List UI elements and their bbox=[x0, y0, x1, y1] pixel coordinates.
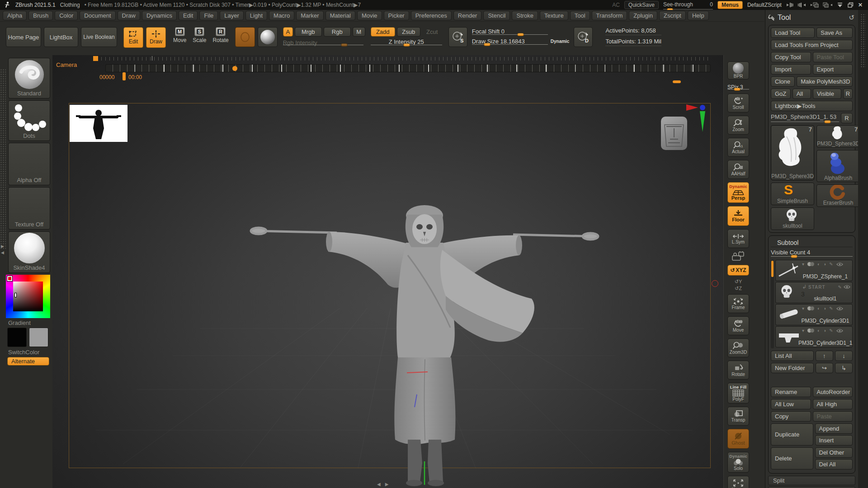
zoom-button[interactable]: Zoom bbox=[727, 116, 749, 135]
floor-button[interactable]: Floor bbox=[727, 206, 749, 226]
lightbox-tools-button[interactable]: Lightbox▶Tools bbox=[771, 101, 853, 111]
gradient-label[interactable]: Gradient bbox=[8, 319, 31, 326]
see-through-slider[interactable]: See-through 0 bbox=[663, 0, 713, 9]
local-symmetry-button[interactable]: L.Sym bbox=[727, 229, 749, 248]
start-arrow-icon[interactable]: ↲ bbox=[802, 284, 807, 290]
scroll-button[interactable]: Scroll bbox=[727, 94, 749, 113]
live-boolean-button[interactable]: Live Boolean bbox=[81, 27, 117, 47]
rotate-y-button[interactable]: ↺Y bbox=[727, 279, 749, 285]
model-3d[interactable] bbox=[249, 147, 601, 487]
zsub-button[interactable]: Zsub bbox=[397, 27, 420, 37]
menu-marker[interactable]: Marker bbox=[296, 11, 323, 20]
paste-subtool-button[interactable]: Paste bbox=[813, 411, 853, 422]
menu-preferences[interactable]: Preferences bbox=[411, 11, 452, 20]
eye-icon[interactable] bbox=[836, 328, 843, 333]
stroke-type-button[interactable] bbox=[235, 27, 255, 47]
make-polymesh3d-button[interactable]: Make PolyMesh3D bbox=[797, 76, 853, 87]
active-tool-thumbnail[interactable]: 7 PM3D_Sphere3D bbox=[771, 125, 814, 180]
subtool-item-cylinder1-1[interactable]: ▾ ◐ ◑ ✎ PM3D_Cylinder3D1_1 bbox=[775, 326, 853, 347]
move-up-button[interactable]: ↑ bbox=[816, 351, 833, 361]
tool-r-button[interactable]: R bbox=[841, 113, 853, 123]
eraserbrush-thumbnail[interactable]: EraserBrush bbox=[816, 184, 860, 207]
z-intensity-slider[interactable]: Z Intensity 25 bbox=[371, 38, 442, 47]
zoom3d-button[interactable]: Zoom3D bbox=[727, 338, 749, 357]
goz-all-button[interactable]: All bbox=[793, 89, 811, 99]
load-tool-button[interactable]: Load Tool bbox=[771, 28, 815, 38]
timeline-ruler[interactable] bbox=[105, 64, 711, 72]
home-page-button[interactable]: Home Page bbox=[6, 27, 41, 47]
timeline-keyframe-dot[interactable] bbox=[232, 66, 237, 71]
menu-draw[interactable]: Draw bbox=[118, 11, 140, 20]
stroke-dots[interactable]: Dots bbox=[8, 100, 50, 141]
draw-button[interactable]: Draw bbox=[146, 27, 166, 48]
copy-subtool-button[interactable]: Copy bbox=[771, 411, 811, 422]
load-tools-from-project-button[interactable]: Load Tools From Project bbox=[771, 40, 853, 50]
delete-button[interactable]: Delete bbox=[771, 447, 813, 469]
eye-icon[interactable] bbox=[836, 262, 843, 267]
left-shelf-scrollbar[interactable] bbox=[0, 69, 6, 249]
lightbox-button[interactable]: LightBox bbox=[44, 27, 78, 47]
main-color-swatch[interactable] bbox=[7, 328, 27, 347]
rotate-canvas-button[interactable]: Rotate bbox=[727, 361, 749, 380]
dynamic-mode-label[interactable]: Dynamic bbox=[551, 39, 570, 44]
close-icon[interactable]: ✕ bbox=[858, 2, 864, 8]
scroll-grip[interactable] bbox=[860, 14, 866, 68]
m-button[interactable]: M bbox=[353, 27, 365, 37]
skulltool-thumbnail[interactable]: skulltool bbox=[771, 207, 814, 230]
menu-alpha[interactable]: Alpha bbox=[3, 11, 27, 20]
ghost-button[interactable]: Ghost bbox=[727, 429, 749, 449]
copy-tool-button[interactable]: Copy Tool bbox=[771, 52, 811, 62]
clone-button[interactable]: Clone bbox=[771, 76, 795, 87]
scroll-left-icon[interactable]: ◀ bbox=[377, 482, 381, 487]
bpr-button[interactable]: BPR bbox=[727, 61, 749, 80]
secondary-color-swatch[interactable] bbox=[29, 328, 48, 347]
union-icon[interactable] bbox=[807, 328, 814, 333]
menu-movie[interactable]: Movie bbox=[357, 11, 382, 20]
save-as-button[interactable]: Save As bbox=[816, 28, 853, 38]
subtract-icon[interactable]: ◐ bbox=[817, 262, 820, 267]
panel-scrollbar-strip[interactable] bbox=[858, 10, 868, 488]
visible-count-slider[interactable]: Visible Count 4 bbox=[771, 249, 853, 258]
draw-size-knob[interactable] bbox=[484, 43, 491, 46]
subtract-icon[interactable]: ◐ bbox=[817, 306, 820, 311]
alphabrush-thumbnail[interactable]: AlphaBrush bbox=[816, 150, 860, 182]
subtract-icon[interactable]: ◐ bbox=[817, 328, 820, 333]
move-canvas-button[interactable]: Move bbox=[727, 316, 749, 335]
rotate-z-button[interactable]: ↺Z bbox=[727, 286, 749, 291]
menu-color[interactable]: Color bbox=[55, 11, 78, 20]
scroll-right-icon[interactable]: ▶ bbox=[385, 482, 389, 487]
polypaint-icon[interactable]: ✎ bbox=[829, 306, 833, 311]
all-high-button[interactable]: All High bbox=[813, 399, 853, 409]
autoreorder-button[interactable]: AutoReorder bbox=[813, 387, 853, 397]
draw-size-slider[interactable]: Draw Size 18.16843 bbox=[472, 37, 548, 46]
menus-button[interactable]: Menus bbox=[717, 1, 743, 9]
eye-icon[interactable] bbox=[844, 285, 850, 289]
window-cascade-icons[interactable] bbox=[811, 2, 832, 8]
rgb-button[interactable]: Rgb bbox=[324, 27, 351, 37]
subtool-header[interactable]: Subtool bbox=[771, 238, 853, 247]
subtool-item-cylinder1[interactable]: ▾ ◐ ◑ ✎ PM3D_Cylinder3D1 bbox=[775, 304, 853, 325]
new-folder-button[interactable]: New Folder bbox=[771, 363, 814, 373]
scale-button[interactable]: S Scale bbox=[193, 27, 206, 43]
edit-button[interactable]: Edit bbox=[123, 27, 143, 48]
intersect-icon[interactable]: ◑ bbox=[823, 306, 826, 311]
subtool-item-zsphere[interactable]: ▾ ◐ ◑ ✎ PM3D_ZSphere_1 bbox=[775, 260, 853, 281]
z-intensity-knob[interactable] bbox=[403, 43, 410, 47]
menu-zscript[interactable]: Zscript bbox=[659, 11, 686, 20]
current-material-button[interactable] bbox=[258, 27, 278, 47]
menu-material[interactable]: Material bbox=[326, 11, 355, 20]
menu-zplugin[interactable]: Zplugin bbox=[629, 11, 657, 20]
menu-macro[interactable]: Macro bbox=[269, 11, 294, 20]
material-selector[interactable]: SkinShade4 bbox=[8, 231, 50, 273]
duplicate-button[interactable]: Duplicate bbox=[771, 423, 813, 446]
timeline-start-marker[interactable] bbox=[93, 56, 98, 61]
menu-texture[interactable]: Texture bbox=[540, 11, 568, 20]
subtool-item-skulltool1[interactable]: ↲ START ✎ 3 skulltool1 bbox=[775, 282, 853, 303]
move-into-folder-button[interactable]: ↳ bbox=[835, 363, 853, 373]
camera-label[interactable]: Camera bbox=[56, 61, 77, 68]
axis-gizmo[interactable] bbox=[684, 104, 713, 136]
goz-button[interactable]: GoZ bbox=[771, 89, 791, 99]
spix-knob[interactable] bbox=[734, 88, 741, 91]
subtool-scrollbar-handle[interactable] bbox=[771, 261, 774, 277]
solo-button[interactable]: Dynamic Solo bbox=[727, 452, 749, 473]
